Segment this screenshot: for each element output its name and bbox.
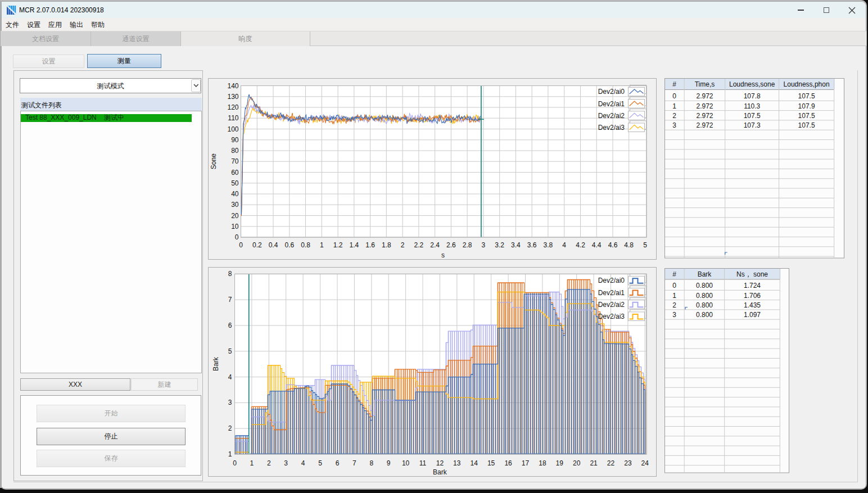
svg-text:110.3: 110.3	[744, 102, 760, 110]
svg-text:15: 15	[487, 459, 495, 467]
svg-text:5: 5	[318, 459, 322, 467]
svg-text:1.097: 1.097	[743, 311, 760, 319]
svg-text:#: #	[672, 270, 676, 278]
svg-text:3: 3	[228, 399, 232, 406]
svg-text:Dev2/ai1: Dev2/ai1	[598, 289, 625, 297]
svg-text:2: 2	[267, 459, 271, 467]
svg-text:4.2: 4.2	[576, 241, 585, 249]
svg-text:22: 22	[607, 459, 615, 467]
svg-text:0.800: 0.800	[695, 311, 712, 319]
svg-text:Loudness,sone: Loudness,sone	[729, 80, 775, 88]
svg-text:Dev2/ai0: Dev2/ai0	[598, 88, 625, 96]
svg-text:3: 3	[482, 241, 486, 249]
svg-text:3.2: 3.2	[495, 241, 504, 249]
svg-text:80: 80	[231, 147, 239, 155]
svg-text:4: 4	[562, 241, 566, 249]
svg-text:1: 1	[250, 459, 254, 467]
svg-text:Dev2/ai3: Dev2/ai3	[598, 124, 625, 132]
svg-text:11: 11	[419, 459, 427, 467]
svg-text:Dev2/ai2: Dev2/ai2	[598, 301, 625, 309]
svg-text:Sone: Sone	[210, 153, 218, 169]
svg-text:3.4: 3.4	[511, 241, 521, 249]
svg-text:Bark: Bark	[213, 356, 220, 371]
svg-text:107.8: 107.8	[743, 92, 760, 100]
svg-text:110: 110	[228, 114, 238, 122]
svg-text:Dev2/ai0: Dev2/ai0	[598, 277, 625, 284]
svg-text:60: 60	[231, 169, 239, 177]
svg-text:3.8: 3.8	[544, 241, 553, 249]
svg-text:107.5: 107.5	[743, 112, 760, 120]
svg-text:130: 130	[227, 93, 238, 101]
svg-text:10: 10	[402, 459, 410, 467]
svg-text:1.4: 1.4	[349, 241, 359, 249]
svg-text:1.435: 1.435	[743, 301, 760, 309]
svg-text:2.8: 2.8	[463, 241, 472, 249]
svg-text:0.800: 0.800	[695, 301, 712, 309]
svg-text:17: 17	[522, 459, 530, 467]
svg-text:6: 6	[336, 459, 340, 467]
svg-text:2.972: 2.972	[696, 102, 713, 110]
svg-text:10: 10	[231, 223, 239, 230]
svg-text:14: 14	[471, 459, 478, 467]
svg-text:1.724: 1.724	[743, 282, 760, 290]
svg-text:100: 100	[227, 125, 238, 133]
svg-text:2: 2	[228, 424, 232, 432]
svg-text:5: 5	[643, 241, 647, 249]
svg-text:Time,s: Time,s	[694, 80, 715, 88]
svg-text:4: 4	[228, 373, 232, 381]
svg-text:1.2: 1.2	[333, 241, 343, 249]
svg-text:40: 40	[231, 190, 239, 198]
svg-text:1: 1	[228, 450, 232, 458]
svg-text:1: 1	[672, 292, 676, 300]
svg-text:140: 140	[227, 82, 238, 90]
svg-text:4.8: 4.8	[624, 241, 634, 249]
svg-text:8: 8	[369, 459, 373, 467]
svg-text:2: 2	[672, 301, 676, 309]
svg-text:Dev2/ai2: Dev2/ai2	[598, 112, 625, 120]
svg-text:107.5: 107.5	[798, 92, 815, 100]
svg-text:4.6: 4.6	[608, 241, 618, 249]
svg-text:2.2: 2.2	[414, 241, 424, 249]
svg-text:13: 13	[453, 459, 461, 467]
svg-text:Bark: Bark	[433, 468, 447, 476]
svg-text:9: 9	[387, 459, 391, 467]
svg-text:107.9: 107.9	[798, 102, 815, 110]
svg-text:24: 24	[641, 459, 649, 467]
svg-text:1.706: 1.706	[743, 292, 760, 300]
svg-text:s: s	[441, 251, 445, 259]
svg-text:Ns， sone: Ns， sone	[736, 270, 767, 278]
svg-text:7: 7	[228, 296, 232, 304]
svg-text:6: 6	[228, 322, 232, 329]
svg-text:120: 120	[227, 103, 238, 111]
svg-text:70: 70	[231, 157, 239, 165]
svg-text:12: 12	[436, 459, 444, 467]
svg-text:0.2: 0.2	[252, 241, 262, 249]
svg-text:Loudness,phon: Loudness,phon	[783, 80, 829, 88]
svg-text:0: 0	[672, 92, 676, 100]
svg-text:2.972: 2.972	[696, 92, 713, 100]
svg-text:Bark: Bark	[697, 270, 712, 278]
svg-text:4.4: 4.4	[592, 241, 602, 249]
svg-text:107.5: 107.5	[798, 121, 815, 129]
svg-text:21: 21	[590, 459, 598, 467]
svg-text:0: 0	[235, 233, 239, 241]
svg-text:#: #	[672, 80, 676, 88]
svg-text:50: 50	[231, 179, 239, 187]
svg-text:0: 0	[233, 459, 237, 467]
svg-text:8: 8	[228, 270, 232, 278]
svg-text:0: 0	[672, 282, 676, 290]
svg-text:18: 18	[539, 459, 546, 467]
svg-text:2.6: 2.6	[446, 241, 456, 249]
svg-text:2: 2	[401, 241, 405, 249]
svg-text:0.8: 0.8	[301, 241, 310, 249]
svg-text:0.6: 0.6	[284, 241, 294, 249]
svg-text:0: 0	[239, 241, 243, 249]
svg-text:2.4: 2.4	[430, 241, 440, 249]
svg-text:23: 23	[624, 459, 632, 467]
svg-text:3: 3	[284, 459, 288, 467]
svg-text:3.6: 3.6	[527, 241, 537, 249]
svg-text:7: 7	[352, 459, 356, 467]
svg-text:3: 3	[672, 121, 676, 129]
svg-text:Dev2/ai1: Dev2/ai1	[598, 100, 625, 108]
svg-text:1: 1	[672, 102, 676, 110]
